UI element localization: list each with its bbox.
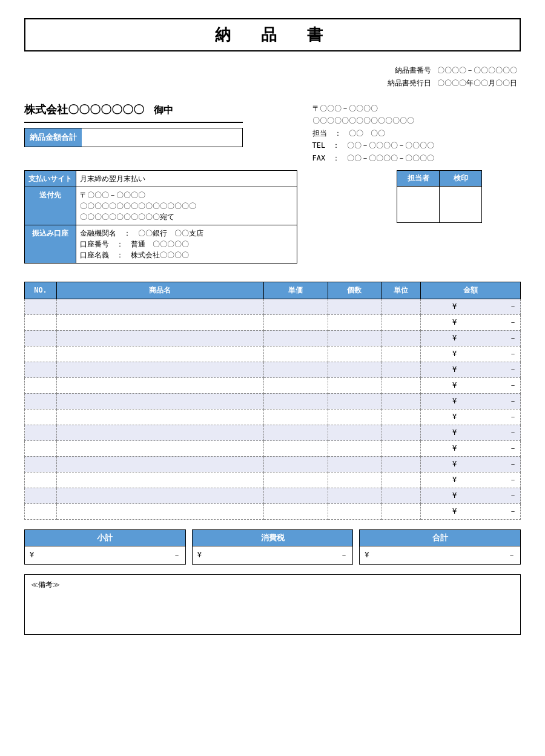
bank-label: 振込み口座 xyxy=(25,225,76,263)
item-unit xyxy=(382,346,421,362)
delivery-line-2: 〇〇〇〇〇〇〇〇〇〇〇宛て xyxy=(80,211,293,222)
item-name xyxy=(57,440,264,456)
subtotal-box: 小計 ¥ － xyxy=(24,529,186,565)
item-qty xyxy=(328,346,381,362)
amount-value xyxy=(82,135,242,140)
item-price xyxy=(263,299,328,314)
item-price xyxy=(263,393,328,409)
client-name: 株式会社〇〇〇〇〇〇〇 xyxy=(24,102,144,117)
delivery-line-1: 〇〇〇〇〇〇〇〇〇〇〇〇〇〇〇〇 xyxy=(80,201,293,211)
item-qty xyxy=(328,362,381,377)
item-qty xyxy=(328,393,381,409)
item-amount: ¥ － xyxy=(420,393,520,409)
table-row: ¥ － xyxy=(25,393,521,409)
item-amount: ¥ － xyxy=(420,440,520,456)
tax-box: 消費税 ¥ － xyxy=(192,529,354,565)
total-dash: － xyxy=(508,550,515,560)
info-left: 支払いサイト 月末締め翌月末払い 送付先 〒〇〇〇－〇〇〇〇 〇〇〇〇〇〇〇〇〇… xyxy=(24,170,297,264)
item-price xyxy=(263,330,328,346)
item-qty xyxy=(328,377,381,393)
subtotal-dash: － xyxy=(173,550,180,560)
table-row: ¥ － xyxy=(25,472,521,488)
item-no xyxy=(25,488,57,503)
item-no xyxy=(25,440,57,456)
table-row: ¥ － xyxy=(25,425,521,440)
item-unit xyxy=(382,440,421,456)
document-title: 納 品 書 xyxy=(24,18,521,51)
subtotal-yen: ¥ xyxy=(30,551,34,559)
col-price: 単価 xyxy=(263,282,328,299)
item-price xyxy=(263,409,328,425)
stamp-section: 担当者 検印 xyxy=(397,170,521,264)
sender-postal: 〒〇〇〇－〇〇〇〇 xyxy=(312,102,521,114)
item-unit xyxy=(382,330,421,346)
doc-date-value: 〇〇〇〇年〇〇月〇〇日 xyxy=(435,78,520,89)
stamp-header-1: 検印 xyxy=(440,170,482,186)
item-price xyxy=(263,503,328,519)
item-price xyxy=(263,488,328,503)
item-price xyxy=(263,346,328,362)
item-price xyxy=(263,362,328,377)
item-amount: ¥ － xyxy=(420,425,520,440)
item-amount: ¥ － xyxy=(420,409,520,425)
stamp-cell-1 xyxy=(440,186,482,222)
item-no xyxy=(25,330,57,346)
item-name xyxy=(57,299,264,314)
stamp-table: 担当者 検印 xyxy=(397,170,482,223)
table-row: ¥ － xyxy=(25,456,521,472)
table-row: ¥ － xyxy=(25,377,521,393)
table-row: ¥ － xyxy=(25,330,521,346)
item-no xyxy=(25,503,57,519)
item-no xyxy=(25,314,57,330)
item-qty xyxy=(328,330,381,346)
delivery-row: 送付先 〒〇〇〇－〇〇〇〇 〇〇〇〇〇〇〇〇〇〇〇〇〇〇〇〇 〇〇〇〇〇〇〇〇〇… xyxy=(25,187,297,225)
item-name xyxy=(57,488,264,503)
item-amount: ¥ － xyxy=(420,330,520,346)
item-no xyxy=(25,346,57,362)
item-no xyxy=(25,409,57,425)
item-price xyxy=(263,456,328,472)
remarks-label: ≪備考≫ xyxy=(31,580,514,590)
item-unit xyxy=(382,362,421,377)
totals-section: 小計 ¥ － 消費税 ¥ － 合計 ¥ － xyxy=(24,529,521,565)
item-unit xyxy=(382,409,421,425)
client-section: 株式会社〇〇〇〇〇〇〇 御中 納品金額合計 〒〇〇〇－〇〇〇〇 〇〇〇〇〇〇〇〇… xyxy=(24,102,521,164)
item-no xyxy=(25,425,57,440)
payment-value: 月末締め翌月末払い xyxy=(76,170,297,187)
item-name xyxy=(57,425,264,440)
doc-number-label: 納品書番号 xyxy=(385,65,434,76)
item-name xyxy=(57,393,264,409)
item-no xyxy=(25,472,57,488)
info-section: 支払いサイト 月末締め翌月末払い 送付先 〒〇〇〇－〇〇〇〇 〇〇〇〇〇〇〇〇〇… xyxy=(24,170,521,264)
item-unit xyxy=(382,314,421,330)
item-name xyxy=(57,472,264,488)
sender-address: 〒〇〇〇－〇〇〇〇 〇〇〇〇〇〇〇〇〇〇〇〇〇〇 担当 ： 〇〇 〇〇 TEL … xyxy=(312,102,521,164)
total-yen: ¥ xyxy=(365,551,369,559)
item-qty xyxy=(328,440,381,456)
client-underline xyxy=(24,122,243,123)
item-price xyxy=(263,472,328,488)
item-unit xyxy=(382,299,421,314)
item-qty xyxy=(328,409,381,425)
col-no: NO. xyxy=(25,282,57,299)
table-row: ¥ － xyxy=(25,409,521,425)
sender-fax: FAX ： 〇〇－〇〇〇〇－〇〇〇〇 xyxy=(312,152,521,164)
item-name xyxy=(57,330,264,346)
item-amount: ¥ － xyxy=(420,346,520,362)
item-amount: ¥ － xyxy=(420,314,520,330)
doc-number-value: 〇〇〇〇－〇〇〇〇〇〇 xyxy=(435,65,520,76)
item-name xyxy=(57,503,264,519)
client-honorific: 御中 xyxy=(154,104,173,117)
tax-yen: ¥ xyxy=(197,551,202,559)
remarks-box: ≪備考≫ xyxy=(24,574,521,635)
doc-info: 納品書番号 〇〇〇〇－〇〇〇〇〇〇 納品書発行日 〇〇〇〇年〇〇月〇〇日 xyxy=(24,64,521,90)
table-row: ¥ － xyxy=(25,314,521,330)
item-name xyxy=(57,377,264,393)
total-header: 合計 xyxy=(359,529,521,546)
bank-value: 金融機関名 ： 〇〇銀行 〇〇支店 口座番号 ： 普通 〇〇〇〇〇 口座名義 ：… xyxy=(76,225,297,263)
item-qty xyxy=(328,299,381,314)
item-unit xyxy=(382,456,421,472)
item-qty xyxy=(328,456,381,472)
delivery-value: 〒〇〇〇－〇〇〇〇 〇〇〇〇〇〇〇〇〇〇〇〇〇〇〇〇 〇〇〇〇〇〇〇〇〇〇〇宛て xyxy=(76,187,297,225)
amount-label: 納品金額合計 xyxy=(25,128,82,147)
